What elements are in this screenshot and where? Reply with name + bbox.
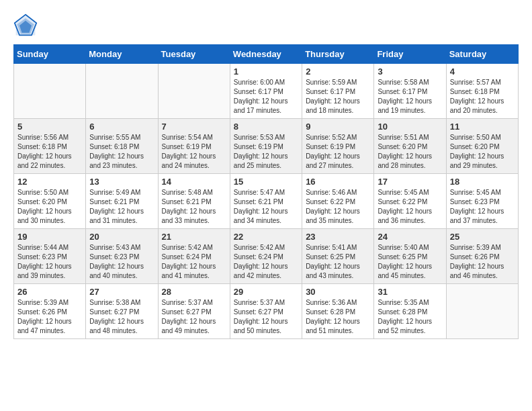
day-number: 10	[378, 122, 442, 132]
calendar-day-cell: 13Sunrise: 5:49 AM Sunset: 6:21 PM Dayli…	[86, 174, 158, 229]
day-info: Sunrise: 5:35 AM Sunset: 6:28 PM Dayligh…	[378, 298, 442, 336]
day-number: 31	[378, 287, 442, 297]
day-number: 25	[450, 232, 515, 242]
day-info: Sunrise: 5:45 AM Sunset: 6:23 PM Dayligh…	[450, 188, 515, 226]
weekday-header-row: SundayMondayTuesdayWednesdayThursdayFrid…	[14, 45, 519, 64]
day-number: 11	[450, 122, 515, 132]
day-info: Sunrise: 5:37 AM Sunset: 6:27 PM Dayligh…	[234, 298, 298, 336]
day-number: 28	[162, 287, 226, 297]
calendar-day-cell: 6Sunrise: 5:55 AM Sunset: 6:18 PM Daylig…	[86, 119, 158, 174]
weekday-header: Tuesday	[158, 45, 230, 64]
calendar-day-cell: 1Sunrise: 6:00 AM Sunset: 6:17 PM Daylig…	[230, 64, 302, 119]
day-info: Sunrise: 5:50 AM Sunset: 6:20 PM Dayligh…	[17, 188, 82, 226]
calendar-day-cell: 20Sunrise: 5:43 AM Sunset: 6:23 PM Dayli…	[86, 229, 158, 284]
day-info: Sunrise: 5:48 AM Sunset: 6:21 PM Dayligh…	[162, 188, 226, 226]
calendar-day-cell: 5Sunrise: 5:56 AM Sunset: 6:18 PM Daylig…	[14, 119, 86, 174]
calendar-week-row: 5Sunrise: 5:56 AM Sunset: 6:18 PM Daylig…	[14, 119, 519, 174]
day-info: Sunrise: 5:42 AM Sunset: 6:24 PM Dayligh…	[234, 243, 298, 281]
day-number: 23	[306, 232, 370, 242]
calendar-week-row: 1Sunrise: 6:00 AM Sunset: 6:17 PM Daylig…	[14, 64, 519, 119]
day-info: Sunrise: 5:41 AM Sunset: 6:25 PM Dayligh…	[306, 243, 370, 281]
day-info: Sunrise: 5:45 AM Sunset: 6:22 PM Dayligh…	[378, 188, 442, 226]
calendar-day-cell: 22Sunrise: 5:42 AM Sunset: 6:24 PM Dayli…	[230, 229, 302, 284]
day-info: Sunrise: 6:00 AM Sunset: 6:17 PM Dayligh…	[234, 78, 298, 116]
day-number: 16	[306, 177, 370, 187]
day-info: Sunrise: 5:37 AM Sunset: 6:27 PM Dayligh…	[162, 298, 226, 336]
day-info: Sunrise: 5:39 AM Sunset: 6:26 PM Dayligh…	[450, 243, 515, 281]
weekday-header: Wednesday	[230, 45, 302, 64]
page-header	[13, 13, 519, 38]
calendar-day-cell	[158, 64, 230, 119]
day-number: 24	[378, 232, 442, 242]
calendar-day-cell: 29Sunrise: 5:37 AM Sunset: 6:27 PM Dayli…	[230, 284, 302, 339]
day-info: Sunrise: 5:42 AM Sunset: 6:24 PM Dayligh…	[162, 243, 226, 281]
day-info: Sunrise: 5:49 AM Sunset: 6:21 PM Dayligh…	[89, 188, 154, 226]
day-info: Sunrise: 5:40 AM Sunset: 6:25 PM Dayligh…	[378, 243, 442, 281]
calendar-week-row: 19Sunrise: 5:44 AM Sunset: 6:23 PM Dayli…	[14, 229, 519, 284]
day-info: Sunrise: 5:59 AM Sunset: 6:17 PM Dayligh…	[306, 78, 370, 116]
day-number: 19	[17, 232, 82, 242]
calendar-day-cell: 17Sunrise: 5:45 AM Sunset: 6:22 PM Dayli…	[374, 174, 446, 229]
day-number: 20	[89, 232, 154, 242]
day-info: Sunrise: 5:51 AM Sunset: 6:20 PM Dayligh…	[378, 133, 442, 171]
weekday-header: Thursday	[302, 45, 374, 64]
day-info: Sunrise: 5:52 AM Sunset: 6:19 PM Dayligh…	[306, 133, 370, 171]
logo	[13, 13, 42, 38]
calendar-day-cell: 2Sunrise: 5:59 AM Sunset: 6:17 PM Daylig…	[302, 64, 374, 119]
calendar-day-cell: 4Sunrise: 5:57 AM Sunset: 6:18 PM Daylig…	[446, 64, 518, 119]
calendar-day-cell: 28Sunrise: 5:37 AM Sunset: 6:27 PM Dayli…	[158, 284, 230, 339]
day-info: Sunrise: 5:36 AM Sunset: 6:28 PM Dayligh…	[306, 298, 370, 336]
calendar-day-cell	[14, 64, 86, 119]
calendar-day-cell: 26Sunrise: 5:39 AM Sunset: 6:26 PM Dayli…	[14, 284, 86, 339]
day-number: 18	[450, 177, 515, 187]
day-number: 6	[89, 122, 154, 132]
day-info: Sunrise: 5:46 AM Sunset: 6:22 PM Dayligh…	[306, 188, 370, 226]
calendar-table: SundayMondayTuesdayWednesdayThursdayFrid…	[13, 44, 519, 339]
day-info: Sunrise: 5:53 AM Sunset: 6:19 PM Dayligh…	[234, 133, 298, 171]
calendar-day-cell: 12Sunrise: 5:50 AM Sunset: 6:20 PM Dayli…	[14, 174, 86, 229]
calendar-day-cell: 31Sunrise: 5:35 AM Sunset: 6:28 PM Dayli…	[374, 284, 446, 339]
calendar-day-cell: 25Sunrise: 5:39 AM Sunset: 6:26 PM Dayli…	[446, 229, 518, 284]
day-number: 15	[234, 177, 298, 187]
weekday-header: Saturday	[446, 45, 518, 64]
day-number: 14	[162, 177, 226, 187]
day-info: Sunrise: 5:38 AM Sunset: 6:27 PM Dayligh…	[89, 298, 154, 336]
day-number: 21	[162, 232, 226, 242]
day-number: 1	[234, 66, 298, 77]
day-number: 2	[306, 66, 370, 77]
day-info: Sunrise: 5:56 AM Sunset: 6:18 PM Dayligh…	[17, 133, 82, 171]
calendar-day-cell: 16Sunrise: 5:46 AM Sunset: 6:22 PM Dayli…	[302, 174, 374, 229]
calendar-day-cell: 24Sunrise: 5:40 AM Sunset: 6:25 PM Dayli…	[374, 229, 446, 284]
day-number: 26	[17, 287, 82, 297]
day-info: Sunrise: 5:50 AM Sunset: 6:20 PM Dayligh…	[450, 133, 515, 171]
day-number: 5	[17, 122, 82, 132]
day-info: Sunrise: 5:57 AM Sunset: 6:18 PM Dayligh…	[450, 78, 515, 116]
weekday-header: Friday	[374, 45, 446, 64]
calendar-day-cell: 15Sunrise: 5:47 AM Sunset: 6:21 PM Dayli…	[230, 174, 302, 229]
day-number: 12	[17, 177, 82, 187]
day-info: Sunrise: 5:44 AM Sunset: 6:23 PM Dayligh…	[17, 243, 82, 281]
calendar-day-cell: 7Sunrise: 5:54 AM Sunset: 6:19 PM Daylig…	[158, 119, 230, 174]
calendar-day-cell: 21Sunrise: 5:42 AM Sunset: 6:24 PM Dayli…	[158, 229, 230, 284]
calendar-day-cell: 30Sunrise: 5:36 AM Sunset: 6:28 PM Dayli…	[302, 284, 374, 339]
day-info: Sunrise: 5:54 AM Sunset: 6:19 PM Dayligh…	[162, 133, 226, 171]
day-number: 17	[378, 177, 442, 187]
day-info: Sunrise: 5:43 AM Sunset: 6:23 PM Dayligh…	[89, 243, 154, 281]
weekday-header: Sunday	[14, 45, 86, 64]
day-info: Sunrise: 5:47 AM Sunset: 6:21 PM Dayligh…	[234, 188, 298, 226]
day-number: 29	[234, 287, 298, 297]
day-number: 9	[306, 122, 370, 132]
calendar-day-cell: 14Sunrise: 5:48 AM Sunset: 6:21 PM Dayli…	[158, 174, 230, 229]
calendar-day-cell: 9Sunrise: 5:52 AM Sunset: 6:19 PM Daylig…	[302, 119, 374, 174]
logo-icon	[13, 13, 38, 38]
calendar-day-cell	[446, 284, 518, 339]
day-number: 3	[378, 66, 442, 77]
calendar-day-cell: 10Sunrise: 5:51 AM Sunset: 6:20 PM Dayli…	[374, 119, 446, 174]
day-number: 27	[89, 287, 154, 297]
calendar-day-cell: 18Sunrise: 5:45 AM Sunset: 6:23 PM Dayli…	[446, 174, 518, 229]
weekday-header: Monday	[86, 45, 158, 64]
calendar-day-cell: 3Sunrise: 5:58 AM Sunset: 6:17 PM Daylig…	[374, 64, 446, 119]
calendar-day-cell	[86, 64, 158, 119]
calendar-day-cell: 8Sunrise: 5:53 AM Sunset: 6:19 PM Daylig…	[230, 119, 302, 174]
day-number: 13	[89, 177, 154, 187]
